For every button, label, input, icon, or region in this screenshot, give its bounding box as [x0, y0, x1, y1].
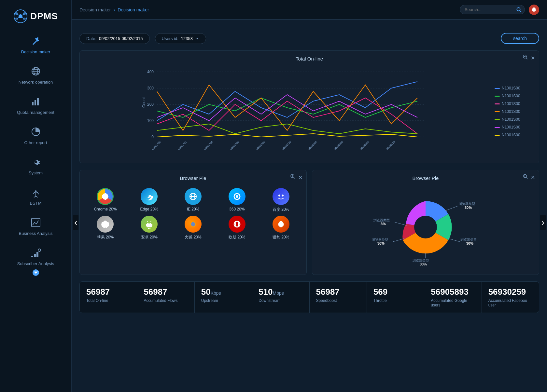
expand-btn[interactable]: [33, 269, 39, 276]
sidebar-item-bstm-label: BSTM: [30, 201, 41, 206]
svg-rect-17: [35, 100, 36, 105]
svg-text:09/02/06: 09/02/06: [229, 140, 240, 151]
legend-label-0: N1001S00: [502, 86, 520, 90]
cheetah-icon: [273, 216, 289, 233]
svg-line-73: [150, 221, 151, 222]
svg-point-71: [150, 223, 151, 224]
svg-line-95: [393, 238, 404, 242]
carousel-left-arrow[interactable]: ‹: [73, 215, 78, 230]
ie-label: IE 20%: [187, 207, 200, 211]
svg-text:09/02/08: 09/02/08: [255, 140, 266, 151]
apple-icon: [97, 216, 114, 233]
legend-item-0: N1001S00: [495, 86, 534, 90]
sidebar-item-quota-management[interactable]: Quota management: [0, 90, 71, 120]
browser-pie-svg: 浏览器类型 30% 浏览器类型 30% 浏览器类型 3% 浏览器类型 30%: [370, 188, 481, 266]
search-icon-button[interactable]: [516, 7, 522, 12]
close-button[interactable]: ✕: [531, 55, 535, 61]
stat-google-users-number: 56905893: [431, 287, 475, 297]
search-input-wrap: [460, 5, 525, 14]
search-button[interactable]: search: [501, 33, 539, 44]
breadcrumb-current: Decision maker: [118, 7, 149, 12]
android-label: 安卓 20%: [141, 235, 158, 240]
svg-text:浏览器类型: 浏览器类型: [460, 238, 477, 241]
users-select[interactable]: Users id: 12358: [155, 33, 206, 44]
globe-icon: [29, 65, 42, 78]
legend-label-3: N1001S00: [502, 109, 520, 114]
sidebar-item-business-analysis[interactable]: Business Analysis: [0, 211, 71, 241]
breadcrumb: Decision maker › Decision maker: [79, 7, 149, 12]
filter-bar: Date: 09/02/2015-09/02/2015 Users id: 12…: [79, 33, 539, 44]
sidebar-item-network-operation[interactable]: Network operation: [0, 60, 71, 90]
chrome-icon: [97, 188, 114, 205]
zoom-button[interactable]: [523, 55, 528, 61]
legend-item-4: N1001S00: [495, 117, 534, 122]
svg-rect-69: [147, 223, 152, 227]
browser-left-zoom-button[interactable]: [290, 174, 296, 181]
stat-facebook-users-number: 56930259: [488, 287, 532, 297]
stats-bar: 56987 Total On-line 56987 Accumulated Fl…: [79, 281, 539, 313]
graph-icon: [29, 216, 42, 229]
svg-rect-75: [151, 224, 152, 226]
browser-pie-left-actions: ✕: [290, 174, 302, 181]
browser-item-firefox: 火狐 20%: [173, 216, 214, 240]
date-picker[interactable]: Date: 09/02/2015-09/02/2015: [79, 33, 150, 44]
breadcrumb-root: Decision maker: [79, 7, 111, 12]
stat-downstream-label: Downstream: [259, 298, 302, 303]
sidebar-item-system[interactable]: System: [0, 150, 71, 181]
svg-line-89: [448, 238, 460, 242]
stat-accumulated-flows: 56987 Accumulated Flows: [137, 282, 194, 313]
360-icon: [229, 188, 245, 205]
header-right: [460, 5, 539, 15]
legend-dot-4: [495, 119, 500, 120]
svg-marker-29: [34, 272, 38, 274]
browser-row: ‹ Browser Pie ✕ Chrome 20%: [79, 170, 539, 275]
svg-rect-24: [32, 218, 40, 227]
svg-point-68: [282, 195, 284, 196]
svg-text:09/02/08: 09/02/08: [359, 140, 370, 151]
sidebar-item-decision-maker[interactable]: Decision maker: [0, 29, 71, 60]
svg-line-86: [445, 206, 458, 211]
logo-icon: [13, 9, 28, 23]
legend-item-6: N1001S00: [495, 133, 534, 137]
sidebar-item-subscriber-analysis[interactable]: Subscriber Analysis: [0, 241, 71, 281]
stat-downstream-number: 510Mbps: [259, 287, 302, 297]
date-label: Date:: [86, 36, 96, 41]
users-value: 12358: [181, 36, 193, 41]
stat-google-users: 56905893 Accumulated Google users: [424, 282, 482, 313]
sidebar-item-network-operation-label: Network operation: [19, 80, 53, 85]
stat-throttle-number: 569: [373, 287, 417, 297]
stat-speedboost-label: Speedboost: [316, 298, 360, 303]
legend-item-2: N1001S00: [495, 101, 534, 106]
browser-right-zoom-button[interactable]: [523, 174, 528, 181]
antenna-icon: [29, 186, 42, 199]
legend-label-1: N1001S00: [502, 94, 520, 98]
browser-left-close-button[interactable]: ✕: [298, 174, 302, 181]
logo: DPMS: [0, 3, 71, 29]
360-label: 360 20%: [229, 207, 245, 211]
android-icon: [141, 216, 158, 233]
firefox-icon: [185, 216, 202, 233]
svg-text:30%: 30%: [377, 241, 385, 245]
browser-item-360: 360 20%: [217, 188, 257, 212]
svg-text:浏览器类型: 浏览器类型: [459, 202, 475, 206]
svg-point-79: [234, 221, 240, 227]
svg-rect-76: [148, 228, 149, 229]
svg-text:400: 400: [147, 70, 154, 74]
sidebar-item-bstm[interactable]: BSTM: [0, 181, 71, 211]
carousel-right-arrow[interactable]: ›: [540, 215, 546, 230]
browser-right-close-button[interactable]: ✕: [531, 174, 535, 181]
chart-svg-wrap: 400 300 200 100 0 Count: [85, 65, 489, 158]
legend-dot-3: [495, 111, 500, 112]
svg-line-59: [294, 177, 295, 179]
svg-point-28: [38, 249, 41, 251]
browser-pie-left-title: Browser Pie: [85, 175, 301, 181]
stat-upstream: 50Kbps Upstream: [195, 282, 252, 313]
search-input[interactable]: [460, 5, 525, 14]
legend-item-3: N1001S00: [495, 109, 534, 114]
notification-icon[interactable]: [529, 5, 539, 15]
sidebar-item-other-report[interactable]: Other report: [0, 120, 71, 150]
cheetah-label: 猎豹 20%: [273, 235, 289, 240]
legend-item-1: N1001S00: [495, 94, 534, 98]
stat-facebook-users-label: Accumulated Faceboo user: [488, 298, 532, 307]
svg-marker-32: [196, 38, 199, 39]
